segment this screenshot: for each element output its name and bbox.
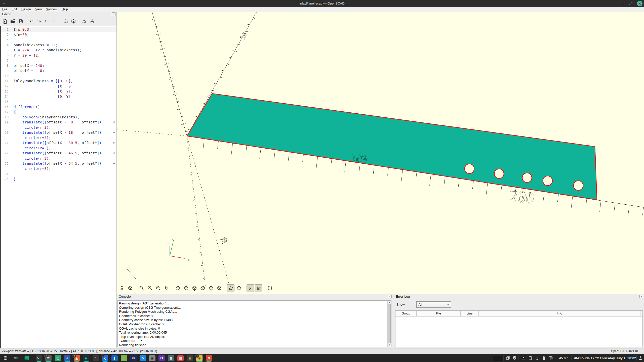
clock-applet[interactable]: Thursday July 1, 20:02 (600, 354, 635, 362)
preview-button[interactable]: » (118, 284, 126, 292)
code-line-19[interactable]: 19 translate([offsetX - 0, offsetY])↵ (1, 120, 116, 125)
redo-button[interactable]: ↷ (36, 18, 42, 24)
code-line-1[interactable]: 1$fs=0.3; (1, 27, 116, 32)
view-top-button[interactable] (182, 284, 190, 292)
errorlog-close-icon[interactable]: × (639, 295, 643, 298)
taskbar-app-green-app[interactable]: ⬡ (120, 354, 128, 362)
user-applet[interactable] (637, 354, 643, 362)
column-header-line[interactable]: Line (461, 311, 479, 316)
orthographic-button[interactable] (235, 284, 243, 292)
column-header-group[interactable]: Group (395, 311, 417, 316)
code-line-14[interactable]: 14 [0, Y]]; (1, 94, 116, 99)
view-front-button[interactable] (207, 284, 215, 292)
code-line-4[interactable]: 4panelThickness = 12; (1, 42, 116, 48)
taskbar-app-calendar[interactable]: ▦ (177, 354, 184, 362)
render-button[interactable] (70, 18, 76, 24)
fold-marker[interactable] (10, 109, 14, 115)
code-line-6[interactable]: 6Y = 29 + 12; (1, 53, 116, 58)
taskbar-app-files[interactable]: ▢ (54, 354, 62, 362)
menu-help[interactable]: Help (59, 7, 70, 12)
taskbar-app-j-app[interactable]: J (111, 354, 118, 362)
code-line-15[interactable]: 15 (1, 99, 116, 104)
menu-window[interactable]: Window (44, 7, 59, 12)
taskbar-app-chip-app[interactable]: ▣ (148, 354, 156, 362)
menu-edit[interactable]: Edit (9, 7, 19, 12)
code-line-wrap[interactable]: circle(r=3); (1, 125, 116, 130)
code-line-11[interactable]: 11inlayPanelPoints = [[0, 0], (1, 78, 116, 84)
tray-screen-zz-icon[interactable]: zz (547, 354, 554, 362)
taskbar-app-flash-tool[interactable]: ϟ (92, 354, 99, 362)
code-line-7[interactable]: 7 (1, 58, 116, 63)
menu-view[interactable]: View (33, 7, 44, 12)
code-line-12[interactable]: 12 [X , 0], (1, 84, 116, 89)
weather-applet[interactable]: Clouds 17 °C (579, 354, 599, 362)
minimize-button[interactable]: – (620, 2, 625, 6)
code-line-18[interactable]: 18 polygon(inlayPanelPoints); (1, 115, 116, 120)
print-3d-button[interactable] (89, 18, 95, 24)
taskbar-app-media-player[interactable]: ▶ (83, 354, 90, 362)
temperature-applet[interactable]: 45.0 ° (556, 354, 571, 362)
preview-button[interactable]: » (63, 18, 69, 24)
open-file-button[interactable] (10, 18, 16, 24)
code-line-16[interactable]: 16difference() (1, 104, 116, 110)
code-line-wrap[interactable]: circle(r=3); (1, 166, 116, 171)
zoom-in-button[interactable] (146, 284, 154, 292)
code-line-2[interactable]: 2$fn=60; (1, 32, 116, 37)
perspective-button[interactable] (227, 284, 234, 292)
taskbar-app-calculator[interactable]: ▦ (167, 354, 175, 362)
zoom-out-button[interactable] (154, 284, 162, 292)
scroll-thumb[interactable] (388, 304, 391, 343)
fold-marker[interactable] (10, 78, 14, 84)
console-output[interactable]: Parsing design (AST generation)...Compil… (117, 300, 391, 347)
code-line-3[interactable]: 3 (1, 37, 116, 42)
view-left-button[interactable] (199, 284, 207, 292)
code-line-wrap[interactable]: circle(r=3); (1, 146, 116, 151)
render-button[interactable] (127, 284, 134, 292)
taskbar-app-sync-app[interactable]: ↻ (205, 354, 213, 362)
taskbar-app-terminal[interactable]: >_ (35, 354, 43, 362)
indent-button[interactable] (52, 18, 58, 24)
code-line-20[interactable]: 20 translate([offsetX - 18, offsetY])↵ (1, 130, 116, 135)
favorites-menu-button[interactable] (12, 354, 20, 362)
code-line-17[interactable]: 17{ (1, 109, 116, 115)
3d-viewport[interactable]: 1010100200zyx »↻10 (117, 12, 644, 294)
show-edges-button[interactable] (266, 284, 274, 292)
close-button[interactable]: ✕ (637, 1, 642, 6)
console-scrollbar[interactable]: ▲ ▼ (387, 301, 391, 347)
code-line-22[interactable]: 22 translate([offsetX - 46.5, offsetY])↵ (1, 151, 116, 156)
tray-battery-icon[interactable] (541, 354, 547, 362)
menu-file[interactable]: File (0, 7, 9, 12)
taskbar-app-code-editor[interactable]: ❮2 (101, 354, 109, 362)
taskbar-app-kicad[interactable]: Ki (130, 354, 137, 362)
show-axes-button[interactable] (247, 284, 254, 292)
code-line-24[interactable]: 24 (1, 171, 116, 176)
code-line-23[interactable]: 23 translate([offsetX - 64.5, offsetY])↵ (1, 161, 116, 166)
code-line-21[interactable]: 21 translate([offsetX - 30.5, offsetY])↵ (1, 140, 116, 146)
code-line-8[interactable]: 8offsetX = 240; (1, 63, 116, 68)
show-scale-markers-button[interactable]: 10 (255, 284, 262, 292)
save-file-button[interactable] (18, 18, 24, 24)
tray-music-icon[interactable]: ♫ (534, 354, 540, 362)
column-header-info[interactable]: Info (479, 311, 640, 316)
code-line-9[interactable]: 9offsetY = 8; (1, 68, 116, 73)
code-line-13[interactable]: 13 [X, Y], (1, 89, 116, 94)
code-line-25[interactable]: 25} (1, 176, 116, 182)
taskbar-app-yellow-app[interactable]: ◉4 (196, 354, 203, 362)
code-editor[interactable]: 1$fs=0.3;2$fn=60;34panelThickness = 12;5… (0, 26, 116, 348)
taskbar-app-docs-app[interactable]: ≣ (186, 354, 194, 362)
new-file-button[interactable] (2, 18, 8, 24)
unindent-button[interactable] (44, 18, 50, 24)
column-header-file[interactable]: File (417, 311, 461, 316)
maximize-button[interactable] (629, 2, 633, 6)
tray-clipboard-icon[interactable] (527, 354, 534, 362)
tray-shield-icon[interactable] (511, 354, 518, 362)
code-line-wrap[interactable]: circle(r=3); (1, 156, 116, 161)
tray-eject-icon[interactable] (520, 354, 527, 362)
tray-windows-stack-icon[interactable] (505, 354, 511, 362)
export-stl-button[interactable]: STL (81, 18, 87, 24)
code-line-5[interactable]: 5X = 274 - (2 * panelThickness); (1, 48, 116, 53)
menu-design[interactable]: Design (19, 7, 33, 12)
editor-close-icon[interactable]: × (112, 12, 115, 16)
app-menu-button[interactable] (2, 354, 10, 362)
view-right-button[interactable] (174, 284, 182, 292)
